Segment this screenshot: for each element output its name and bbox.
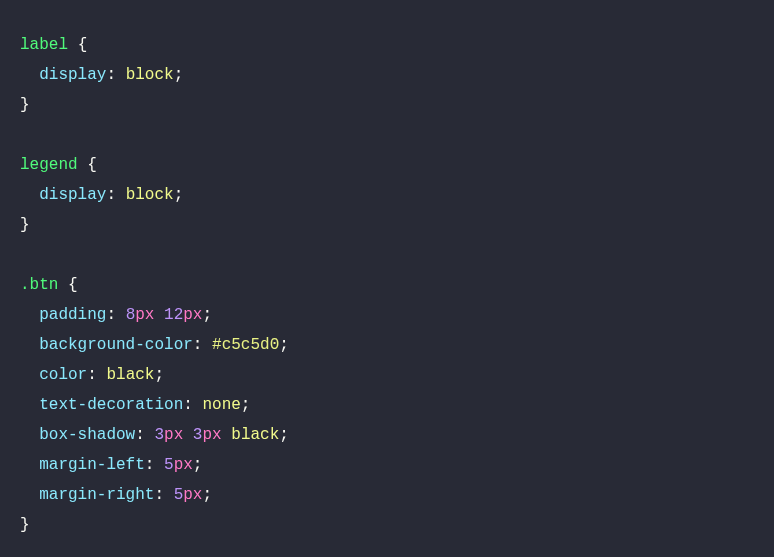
brace-open: { — [87, 156, 97, 174]
css-property: margin-left — [39, 456, 145, 474]
colon: : — [145, 456, 155, 474]
css-value-part: px — [174, 456, 193, 474]
css-value-part: 3 — [154, 426, 164, 444]
css-value-part: black — [231, 426, 279, 444]
indent — [20, 456, 39, 474]
space — [58, 276, 68, 294]
colon: : — [106, 306, 116, 324]
css-value-part: 8 — [126, 306, 136, 324]
space — [164, 486, 174, 504]
css-value-part: 5 — [164, 456, 174, 474]
css-code-block: label { display: block; } legend { displ… — [0, 0, 774, 557]
semicolon: ; — [154, 366, 164, 384]
indent — [20, 186, 39, 204]
colon: : — [183, 396, 193, 414]
brace-close: } — [20, 216, 30, 234]
brace-close: } — [20, 96, 30, 114]
semicolon: ; — [279, 426, 289, 444]
css-value-part: px — [183, 486, 202, 504]
colon: : — [106, 186, 116, 204]
semicolon: ; — [174, 186, 184, 204]
css-value-part: none — [202, 396, 240, 414]
css-value-part: 12 — [164, 306, 183, 324]
colon: : — [135, 426, 145, 444]
css-value-part: 5 — [174, 486, 184, 504]
css-selector: label — [20, 36, 68, 54]
css-property: color — [39, 366, 87, 384]
css-value-part: px — [183, 306, 202, 324]
colon: : — [87, 366, 97, 384]
css-value-part — [183, 426, 193, 444]
brace-close: } — [20, 516, 30, 534]
css-value-part: px — [135, 306, 154, 324]
indent — [20, 486, 39, 504]
colon: : — [106, 66, 116, 84]
space — [116, 66, 126, 84]
css-selector: .btn — [20, 276, 58, 294]
space — [193, 396, 203, 414]
brace-open: { — [68, 276, 78, 294]
space — [202, 336, 212, 354]
space — [68, 36, 78, 54]
brace-open: { — [78, 36, 88, 54]
css-value-part: block — [126, 66, 174, 84]
semicolon: ; — [241, 396, 251, 414]
css-property: display — [39, 186, 106, 204]
space — [116, 306, 126, 324]
space — [116, 186, 126, 204]
css-value-part: px — [164, 426, 183, 444]
space — [145, 426, 155, 444]
css-value-part: block — [126, 186, 174, 204]
semicolon: ; — [174, 66, 184, 84]
space — [78, 156, 88, 174]
colon: : — [193, 336, 203, 354]
css-value-part — [222, 426, 232, 444]
semicolon: ; — [279, 336, 289, 354]
css-value-part: px — [202, 426, 221, 444]
css-property: text-decoration — [39, 396, 183, 414]
space — [97, 366, 107, 384]
indent — [20, 336, 39, 354]
css-property: padding — [39, 306, 106, 324]
indent — [20, 306, 39, 324]
css-property: margin-right — [39, 486, 154, 504]
css-value-part: #c5c5d0 — [212, 336, 279, 354]
semicolon: ; — [202, 306, 212, 324]
indent — [20, 396, 39, 414]
css-value-part — [154, 306, 164, 324]
colon: : — [154, 486, 164, 504]
indent — [20, 66, 39, 84]
space — [154, 456, 164, 474]
css-property: box-shadow — [39, 426, 135, 444]
css-selector: legend — [20, 156, 78, 174]
semicolon: ; — [193, 456, 203, 474]
css-property: background-color — [39, 336, 193, 354]
indent — [20, 426, 39, 444]
css-property: display — [39, 66, 106, 84]
css-value-part: black — [106, 366, 154, 384]
semicolon: ; — [202, 486, 212, 504]
indent — [20, 366, 39, 384]
